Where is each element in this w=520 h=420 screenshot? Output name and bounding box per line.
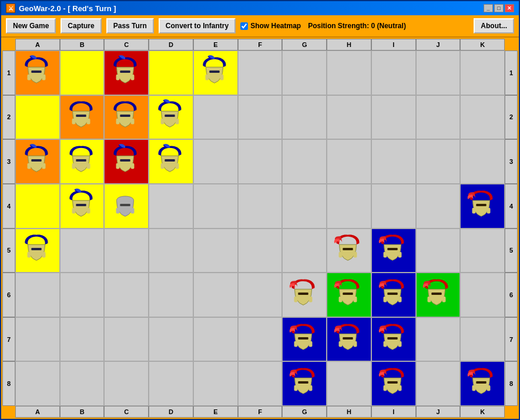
cell-A4[interactable] (15, 184, 60, 229)
cell-H5[interactable] (327, 229, 371, 273)
cell-F7[interactable] (238, 317, 283, 362)
cell-B4[interactable] (60, 184, 105, 229)
col-J-top: J (416, 39, 461, 51)
cell-B8[interactable] (60, 361, 105, 406)
cell-A6[interactable] (15, 273, 60, 317)
cell-I1[interactable] (371, 51, 416, 95)
cell-G2[interactable] (282, 95, 327, 140)
cell-D5[interactable] (149, 229, 193, 273)
minimize-button[interactable]: _ (484, 4, 493, 12)
cell-C2[interactable] (104, 95, 149, 140)
cell-A2[interactable] (15, 95, 60, 140)
cell-I3[interactable] (371, 139, 416, 184)
cell-D2[interactable] (149, 95, 193, 140)
cell-J4[interactable] (416, 184, 461, 229)
cell-K5[interactable] (460, 229, 505, 273)
cell-K3[interactable] (460, 139, 505, 184)
cell-C1[interactable] (104, 51, 149, 95)
cell-F4[interactable] (238, 184, 283, 229)
cell-I5[interactable] (371, 229, 416, 273)
show-heatmap-label[interactable]: Show Heatmap (240, 22, 301, 30)
convert-infantry-button[interactable]: Convert to Infantry (159, 18, 236, 33)
cell-J2[interactable] (416, 95, 461, 140)
cell-F2[interactable] (238, 95, 283, 140)
cell-E6[interactable] (193, 273, 238, 317)
cell-A3[interactable] (15, 139, 60, 184)
cell-K2[interactable] (460, 95, 505, 140)
cell-C3[interactable] (104, 139, 149, 184)
cell-K1[interactable] (460, 51, 505, 95)
cell-H2[interactable] (327, 95, 371, 140)
cell-G4[interactable] (282, 184, 327, 229)
cell-G7[interactable] (282, 317, 327, 362)
maximize-button[interactable]: □ (494, 4, 504, 12)
cell-B5[interactable] (60, 229, 105, 273)
cell-K8[interactable] (460, 361, 505, 406)
cell-F5[interactable] (238, 229, 283, 273)
cell-J7[interactable] (416, 317, 461, 362)
cell-F1[interactable] (238, 51, 283, 95)
cell-G3[interactable] (282, 139, 327, 184)
cell-E7[interactable] (193, 317, 238, 362)
show-heatmap-checkbox[interactable] (240, 22, 248, 30)
cell-B1[interactable] (60, 51, 105, 95)
cell-D4[interactable] (149, 184, 193, 229)
new-game-button[interactable]: New Game (6, 18, 56, 33)
cell-G8[interactable] (282, 361, 327, 406)
cell-I8[interactable] (371, 361, 416, 406)
cell-E2[interactable] (193, 95, 238, 140)
cell-K7[interactable] (460, 317, 505, 362)
cell-C8[interactable] (104, 361, 149, 406)
cell-H4[interactable] (327, 184, 371, 229)
close-button[interactable]: ✕ (505, 4, 514, 12)
cell-D3[interactable] (149, 139, 193, 184)
about-button[interactable]: About... (474, 18, 514, 33)
cell-D7[interactable] (149, 317, 193, 362)
cell-C4[interactable] (104, 184, 149, 229)
cell-I6[interactable] (371, 273, 416, 317)
cell-H1[interactable] (327, 51, 371, 95)
cell-F8[interactable] (238, 361, 283, 406)
pass-turn-button[interactable]: Pass Turn (106, 18, 154, 33)
cell-E1[interactable] (193, 51, 238, 95)
cell-C7[interactable] (104, 317, 149, 362)
cell-E4[interactable] (193, 184, 238, 229)
cell-E5[interactable] (193, 229, 238, 273)
cell-D1[interactable] (149, 51, 193, 95)
cell-B2[interactable] (60, 95, 105, 140)
cell-A8[interactable] (15, 361, 60, 406)
cell-C6[interactable] (104, 273, 149, 317)
cell-J1[interactable] (416, 51, 461, 95)
cell-B6[interactable] (60, 273, 105, 317)
cell-J8[interactable] (416, 361, 461, 406)
cell-I2[interactable] (371, 95, 416, 140)
cell-E3[interactable] (193, 139, 238, 184)
cell-H3[interactable] (327, 139, 371, 184)
cell-B7[interactable] (60, 317, 105, 362)
cell-I4[interactable] (371, 184, 416, 229)
cell-I7[interactable] (371, 317, 416, 362)
cell-C5[interactable] (104, 229, 149, 273)
capture-button[interactable]: Capture (61, 18, 101, 33)
cell-B3[interactable] (60, 139, 105, 184)
cell-H8[interactable] (327, 361, 371, 406)
cell-H6[interactable] (327, 273, 371, 317)
cell-D8[interactable] (149, 361, 193, 406)
cell-F3[interactable] (238, 139, 283, 184)
cell-E8[interactable] (193, 361, 238, 406)
cell-G1[interactable] (282, 51, 327, 95)
cell-H7[interactable] (327, 317, 371, 362)
cell-F6[interactable] (238, 273, 283, 317)
cell-K6[interactable] (460, 273, 505, 317)
cell-A1[interactable] (15, 51, 60, 95)
cell-G6[interactable] (282, 273, 327, 317)
cell-J6[interactable] (416, 273, 461, 317)
cell-J5[interactable] (416, 229, 461, 273)
cell-A5[interactable] (15, 229, 60, 273)
cell-G5[interactable] (282, 229, 327, 273)
col-G-top: G (282, 39, 327, 51)
cell-A7[interactable] (15, 317, 60, 362)
cell-K4[interactable] (460, 184, 505, 229)
cell-J3[interactable] (416, 139, 461, 184)
cell-D6[interactable] (149, 273, 193, 317)
